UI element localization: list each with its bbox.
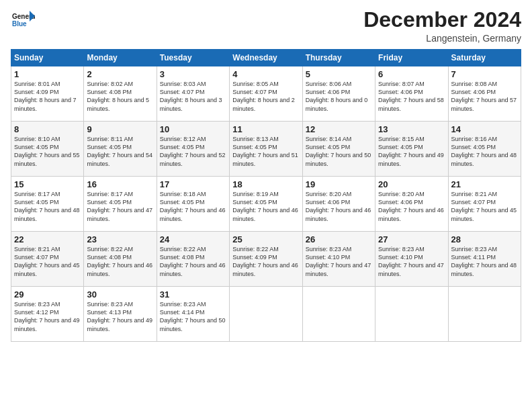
day-number: 6	[378, 69, 445, 79]
day-info: Sunrise: 8:11 AMSunset: 4:05 PMDaylight:…	[87, 135, 153, 168]
week-row-2: 8Sunrise: 8:10 AMSunset: 4:05 PMDaylight…	[11, 122, 521, 177]
day-number: 10	[160, 124, 226, 134]
day-info: Sunrise: 8:05 AMSunset: 4:07 PMDaylight:…	[232, 80, 299, 113]
col-wednesday: Wednesday	[230, 50, 302, 66]
day-cell: 14Sunrise: 8:16 AMSunset: 4:05 PMDayligh…	[448, 122, 521, 177]
title-block: December 2024 Langenstein, Germany	[363, 8, 521, 44]
day-number: 27	[378, 234, 445, 244]
day-cell: 21Sunrise: 8:21 AMSunset: 4:07 PMDayligh…	[448, 177, 521, 232]
day-number: 12	[306, 124, 372, 134]
day-info: Sunrise: 8:21 AMSunset: 4:07 PMDaylight:…	[14, 245, 81, 278]
day-number: 20	[378, 179, 445, 189]
day-cell: 13Sunrise: 8:15 AMSunset: 4:05 PMDayligh…	[375, 122, 448, 177]
day-cell: 2Sunrise: 8:02 AMSunset: 4:08 PMDaylight…	[84, 66, 157, 122]
calendar-table: Sunday Monday Tuesday Wednesday Thursday…	[11, 49, 521, 342]
day-info: Sunrise: 8:12 AMSunset: 4:05 PMDaylight:…	[160, 135, 226, 168]
col-saturday: Saturday	[448, 50, 521, 66]
svg-text:Blue: Blue	[12, 20, 27, 28]
day-info: Sunrise: 8:23 AMSunset: 4:11 PMDaylight:…	[451, 245, 518, 278]
header: General Blue December 2024 Langenstein, …	[11, 8, 521, 44]
day-cell	[375, 287, 448, 342]
day-number: 7	[451, 69, 518, 79]
day-number: 15	[14, 179, 81, 189]
week-row-1: 1Sunrise: 8:01 AMSunset: 4:09 PMDaylight…	[11, 66, 521, 122]
day-number: 18	[232, 179, 299, 189]
day-number: 4	[232, 69, 299, 79]
day-number: 8	[14, 124, 81, 134]
day-number: 25	[232, 234, 299, 244]
day-info: Sunrise: 8:21 AMSunset: 4:07 PMDaylight:…	[451, 190, 518, 223]
day-cell	[302, 287, 375, 342]
day-info: Sunrise: 8:17 AMSunset: 4:05 PMDaylight:…	[87, 190, 153, 223]
day-info: Sunrise: 8:19 AMSunset: 4:05 PMDaylight:…	[232, 190, 299, 223]
day-cell: 16Sunrise: 8:17 AMSunset: 4:05 PMDayligh…	[84, 177, 157, 232]
day-cell: 15Sunrise: 8:17 AMSunset: 4:05 PMDayligh…	[11, 177, 84, 232]
day-info: Sunrise: 8:23 AMSunset: 4:10 PMDaylight:…	[306, 245, 372, 278]
day-cell: 1Sunrise: 8:01 AMSunset: 4:09 PMDaylight…	[11, 66, 84, 122]
day-cell: 19Sunrise: 8:20 AMSunset: 4:06 PMDayligh…	[302, 177, 375, 232]
logo-icon: General Blue	[11, 8, 35, 32]
week-row-4: 22Sunrise: 8:21 AMSunset: 4:07 PMDayligh…	[11, 232, 521, 287]
day-cell: 11Sunrise: 8:13 AMSunset: 4:05 PMDayligh…	[230, 122, 302, 177]
col-sunday: Sunday	[11, 50, 84, 66]
week-row-3: 15Sunrise: 8:17 AMSunset: 4:05 PMDayligh…	[11, 177, 521, 232]
col-monday: Monday	[84, 50, 157, 66]
day-number: 13	[378, 124, 445, 134]
month-title: December 2024	[363, 8, 521, 32]
day-info: Sunrise: 8:14 AMSunset: 4:05 PMDaylight:…	[306, 135, 372, 168]
day-info: Sunrise: 8:22 AMSunset: 4:08 PMDaylight:…	[87, 245, 153, 278]
day-cell: 9Sunrise: 8:11 AMSunset: 4:05 PMDaylight…	[84, 122, 157, 177]
day-info: Sunrise: 8:02 AMSunset: 4:08 PMDaylight:…	[87, 80, 153, 113]
day-info: Sunrise: 8:17 AMSunset: 4:05 PMDaylight:…	[14, 190, 81, 223]
day-info: Sunrise: 8:03 AMSunset: 4:07 PMDaylight:…	[160, 80, 226, 113]
day-cell	[230, 287, 302, 342]
day-number: 5	[306, 69, 372, 79]
page: General Blue December 2024 Langenstein, …	[0, 0, 532, 411]
day-cell: 31Sunrise: 8:23 AMSunset: 4:14 PMDayligh…	[157, 287, 229, 342]
day-number: 21	[451, 179, 518, 189]
day-info: Sunrise: 8:22 AMSunset: 4:08 PMDaylight:…	[160, 245, 226, 278]
day-cell: 6Sunrise: 8:07 AMSunset: 4:06 PMDaylight…	[375, 66, 448, 122]
col-tuesday: Tuesday	[157, 50, 229, 66]
day-info: Sunrise: 8:15 AMSunset: 4:05 PMDaylight:…	[378, 135, 445, 168]
week-row-5: 29Sunrise: 8:23 AMSunset: 4:12 PMDayligh…	[11, 287, 521, 342]
day-cell: 3Sunrise: 8:03 AMSunset: 4:07 PMDaylight…	[157, 66, 229, 122]
day-cell: 29Sunrise: 8:23 AMSunset: 4:12 PMDayligh…	[11, 287, 84, 342]
day-info: Sunrise: 8:01 AMSunset: 4:09 PMDaylight:…	[14, 80, 81, 113]
col-thursday: Thursday	[302, 50, 375, 66]
day-number: 1	[14, 69, 81, 79]
col-friday: Friday	[375, 50, 448, 66]
day-cell: 5Sunrise: 8:06 AMSunset: 4:06 PMDaylight…	[302, 66, 375, 122]
day-number: 11	[232, 124, 299, 134]
day-cell: 7Sunrise: 8:08 AMSunset: 4:06 PMDaylight…	[448, 66, 521, 122]
day-cell: 25Sunrise: 8:22 AMSunset: 4:09 PMDayligh…	[230, 232, 302, 287]
day-info: Sunrise: 8:07 AMSunset: 4:06 PMDaylight:…	[378, 80, 445, 113]
day-info: Sunrise: 8:18 AMSunset: 4:05 PMDaylight:…	[160, 190, 226, 223]
day-info: Sunrise: 8:23 AMSunset: 4:12 PMDaylight:…	[14, 300, 81, 333]
day-cell: 12Sunrise: 8:14 AMSunset: 4:05 PMDayligh…	[302, 122, 375, 177]
logo: General Blue	[11, 8, 35, 32]
day-cell: 22Sunrise: 8:21 AMSunset: 4:07 PMDayligh…	[11, 232, 84, 287]
day-cell: 28Sunrise: 8:23 AMSunset: 4:11 PMDayligh…	[448, 232, 521, 287]
day-cell: 4Sunrise: 8:05 AMSunset: 4:07 PMDaylight…	[230, 66, 302, 122]
day-cell: 27Sunrise: 8:23 AMSunset: 4:10 PMDayligh…	[375, 232, 448, 287]
day-number: 19	[306, 179, 372, 189]
day-cell: 30Sunrise: 8:23 AMSunset: 4:13 PMDayligh…	[84, 287, 157, 342]
day-number: 14	[451, 124, 518, 134]
day-info: Sunrise: 8:23 AMSunset: 4:10 PMDaylight:…	[378, 245, 445, 278]
day-number: 23	[87, 234, 153, 244]
day-cell: 20Sunrise: 8:20 AMSunset: 4:06 PMDayligh…	[375, 177, 448, 232]
day-number: 31	[160, 289, 226, 300]
day-number: 29	[14, 289, 81, 300]
day-cell: 23Sunrise: 8:22 AMSunset: 4:08 PMDayligh…	[84, 232, 157, 287]
day-info: Sunrise: 8:22 AMSunset: 4:09 PMDaylight:…	[232, 245, 299, 278]
day-cell: 26Sunrise: 8:23 AMSunset: 4:10 PMDayligh…	[302, 232, 375, 287]
day-info: Sunrise: 8:10 AMSunset: 4:05 PMDaylight:…	[14, 135, 81, 168]
subtitle: Langenstein, Germany	[363, 33, 521, 44]
day-cell: 18Sunrise: 8:19 AMSunset: 4:05 PMDayligh…	[230, 177, 302, 232]
day-number: 24	[160, 234, 226, 244]
day-info: Sunrise: 8:13 AMSunset: 4:05 PMDaylight:…	[232, 135, 299, 168]
day-number: 26	[306, 234, 372, 244]
day-cell: 24Sunrise: 8:22 AMSunset: 4:08 PMDayligh…	[157, 232, 229, 287]
day-number: 3	[160, 69, 226, 79]
